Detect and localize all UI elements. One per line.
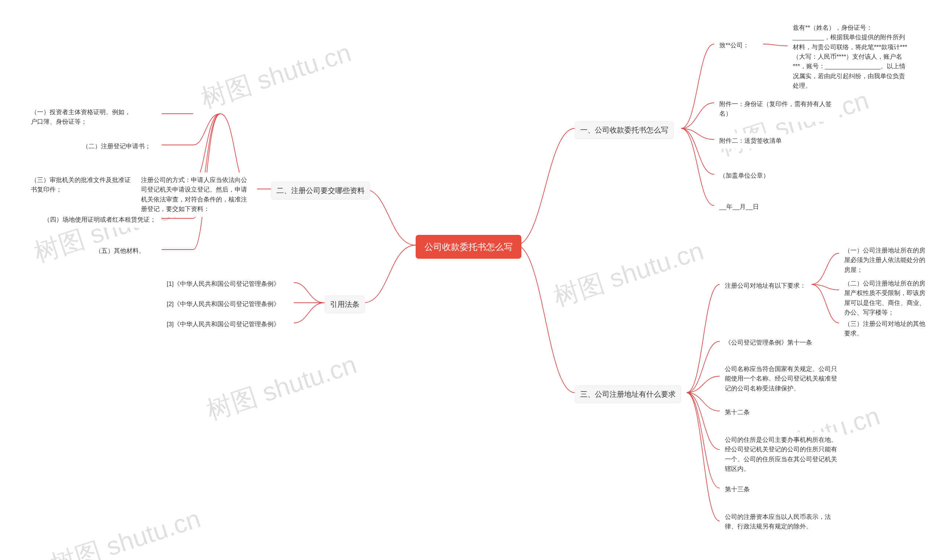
root-title: 公司收款委托书怎么写 xyxy=(424,242,513,252)
regulation-art12-title: 第十二条 xyxy=(720,405,755,420)
attachment-1: 附件一：身份证（复印件，需有持有人签名） xyxy=(714,97,839,122)
branch-section-2[interactable]: 二、注册公司要交哪些资料 xyxy=(271,182,370,200)
doc-item-5: （五）其他材料。 xyxy=(90,243,150,259)
date-line: __年__月__日 xyxy=(714,199,764,215)
watermark: 树图 shutu.cn xyxy=(197,35,356,116)
doc-item-1: （一）投资者主体资格证明。例如，户口簿、身份证等； xyxy=(26,105,140,130)
address-req-label: 注册公司对地址有以下要求： xyxy=(720,278,811,294)
recipient-label: 致**公司： xyxy=(714,38,754,53)
law-ref-3: [3]《中华人民共和国公司登记管理条例》 xyxy=(162,317,285,332)
root-node[interactable]: 公司收款委托书怎么写 xyxy=(416,235,521,259)
letter-body: 兹有**（姓名），身份证号：_________，根据我单位提供的附件所列材料，与… xyxy=(787,20,912,94)
branch-3-label: 三、公司注册地址有什么要求 xyxy=(580,390,676,398)
branch-1-label: 一、公司收款委托书怎么写 xyxy=(580,126,668,134)
doc-item-4: （四）场地使用证明或者红本租赁凭证； xyxy=(39,212,161,228)
regulation-art13-title: 第十三条 xyxy=(720,482,755,497)
attachment-2: 附件二：送货签收清单 xyxy=(714,133,787,149)
regulation-art11-body: 公司名称应当符合国家有关规定。公司只能使用一个名称。经公司登记机关核准登记的公司… xyxy=(720,362,844,396)
watermark: 树图 shutu.cn xyxy=(715,83,873,164)
branch-section-3[interactable]: 三、公司注册地址有什么要求 xyxy=(575,385,681,403)
branch-section-1[interactable]: 一、公司收款委托书怎么写 xyxy=(575,121,674,139)
address-req-c: （三）注册公司对地址的其他要求。 xyxy=(839,316,934,342)
seal-note: （加盖单位公章） xyxy=(714,168,774,183)
address-req-b: （二）公司注册地址所在的房屋产权性质不受限制，即该房屋可以是住宅、商住、商业、办… xyxy=(839,276,934,320)
watermark: 树图 shutu.cn xyxy=(202,348,361,428)
law-ref-2: [2]《中华人民共和国公司登记管理条例》 xyxy=(162,297,285,312)
doc-item-3: （三）审批机关的批准文件及批准证书复印件； xyxy=(26,172,136,198)
watermark: 树图 shutu.cn xyxy=(46,502,205,560)
regulation-art12-body: 公司的住所是公司主要办事机构所在地。经公司登记机关登记的公司的住所只能有一个。公… xyxy=(720,432,844,477)
regulation-art11-title: 《公司登记管理条例》第十一条 xyxy=(720,335,817,351)
address-req-a: （一）公司注册地址所在的房屋必须为注册人依法能处分的房屋； xyxy=(839,243,934,278)
watermark: 树图 shutu.cn xyxy=(549,234,708,314)
branch-2-label: 二、注册公司要交哪些资料 xyxy=(276,186,365,194)
regulation-art13-body: 公司的注册资本应当以人民币表示，法律、行政法规另有规定的除外。 xyxy=(720,509,844,535)
branch-laws-label: 引用法条 xyxy=(330,300,359,308)
branch-laws[interactable]: 引用法条 xyxy=(325,295,365,313)
doc-item-2: （二）注册登记申请书； xyxy=(77,139,156,154)
law-ref-1: [1]《中华人民共和国公司登记管理条例》 xyxy=(162,276,285,292)
branch-2-body: 注册公司的方式：申请人应当依法向公司登记机关申请设立登记。然后，申请机关依法审查… xyxy=(136,172,257,217)
